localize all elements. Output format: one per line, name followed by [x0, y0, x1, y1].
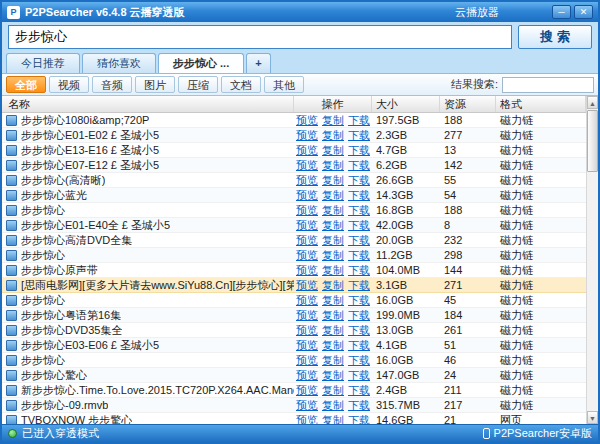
preview-link[interactable]: 预览 [296, 218, 318, 232]
preview-link[interactable]: 预览 [296, 353, 318, 367]
preview-link[interactable]: 预览 [296, 338, 318, 352]
preview-link[interactable]: 预览 [296, 128, 318, 142]
table-row[interactable]: 步步惊心粤语第16集 预览复制下载 199.0MB 184 磁力链 [2, 308, 586, 323]
preview-link[interactable]: 预览 [296, 173, 318, 187]
download-link[interactable]: 下载 [348, 158, 370, 172]
tab-search-result[interactable]: 步步惊心 ... [158, 53, 244, 73]
download-link[interactable]: 下载 [348, 398, 370, 412]
download-link[interactable]: 下载 [348, 173, 370, 187]
filter-audio[interactable]: 音频 [92, 76, 132, 93]
copy-link[interactable]: 复制 [322, 368, 344, 382]
download-link[interactable]: 下载 [348, 248, 370, 262]
download-link[interactable]: 下载 [348, 308, 370, 322]
download-link[interactable]: 下载 [348, 338, 370, 352]
copy-link[interactable]: 复制 [322, 308, 344, 322]
table-row[interactable]: [思雨电影网][更多大片请去www.SiYu88.Cn][步步惊心][第25-3… [2, 278, 586, 293]
preview-link[interactable]: 预览 [296, 263, 318, 277]
scrollbar-thumb[interactable] [587, 110, 598, 172]
copy-link[interactable]: 复制 [322, 338, 344, 352]
table-row[interactable]: 步步惊心DVD35集全 预览复制下载 13.0GB 261 磁力链 [2, 323, 586, 338]
download-link[interactable]: 下载 [348, 203, 370, 217]
title-bar[interactable]: P P2PSearcher v6.4.8 云播穿透版 云播放器 ─ ✕ [2, 2, 598, 22]
preview-link[interactable]: 预览 [296, 278, 318, 292]
new-tab-button[interactable]: + [246, 53, 270, 73]
table-row[interactable]: 步步惊心E01-E02 £ 圣城小5 预览复制下载 2.3GB 277 磁力链 [2, 128, 586, 143]
table-row[interactable]: 步步惊心 预览复制下载 16.8GB 188 磁力链 [2, 203, 586, 218]
tab-today-recommend[interactable]: 今日推荐 [6, 53, 80, 73]
download-link[interactable]: 下载 [348, 263, 370, 277]
download-link[interactable]: 下载 [348, 233, 370, 247]
preview-link[interactable]: 预览 [296, 308, 318, 322]
filter-other[interactable]: 其他 [264, 76, 304, 93]
preview-link[interactable]: 预览 [296, 113, 318, 127]
search-input[interactable] [8, 25, 512, 49]
table-row[interactable]: 步步惊心 预览复制下载 16.0GB 45 磁力链 [2, 293, 586, 308]
download-link[interactable]: 下载 [348, 383, 370, 397]
download-link[interactable]: 下载 [348, 353, 370, 367]
copy-link[interactable]: 复制 [322, 353, 344, 367]
column-header-name[interactable]: 名称 [2, 96, 294, 112]
copy-link[interactable]: 复制 [322, 233, 344, 247]
cloud-player-button[interactable]: 云播放器 [455, 5, 499, 20]
table-row[interactable]: 步步惊心原声带 预览复制下载 104.0MB 144 磁力链 [2, 263, 586, 278]
filter-image[interactable]: 图片 [135, 76, 175, 93]
download-link[interactable]: 下载 [348, 413, 370, 424]
preview-link[interactable]: 预览 [296, 323, 318, 337]
copy-link[interactable]: 复制 [322, 188, 344, 202]
column-header-actions[interactable]: 操作 [294, 96, 372, 112]
filter-archive[interactable]: 压缩 [178, 76, 218, 93]
result-search-input[interactable] [502, 77, 594, 93]
preview-link[interactable]: 预览 [296, 368, 318, 382]
column-header-format[interactable]: 格式 [496, 96, 586, 112]
copy-link[interactable]: 复制 [322, 293, 344, 307]
android-version-link[interactable]: P2PSearcher安卓版 [483, 426, 592, 441]
copy-link[interactable]: 复制 [322, 173, 344, 187]
download-link[interactable]: 下载 [348, 188, 370, 202]
download-link[interactable]: 下载 [348, 293, 370, 307]
copy-link[interactable]: 复制 [322, 128, 344, 142]
scrollbar-up-arrow-icon[interactable]: ▲ [587, 96, 598, 109]
table-row[interactable]: 步步惊心E13-E16 £ 圣城小5 预览复制下载 4.7GB 13 磁力链 [2, 143, 586, 158]
table-row[interactable]: 步步惊心(高清晰) 预览复制下载 26.6GB 55 磁力链 [2, 173, 586, 188]
table-row[interactable]: TVBOXNOW 步步驚心 预览复制下载 14.6GB 21 网页 [2, 413, 586, 424]
table-row[interactable]: 步步惊心E01-E40全 £ 圣城小5 预览复制下载 42.0GB 8 磁力链 [2, 218, 586, 233]
preview-link[interactable]: 预览 [296, 188, 318, 202]
copy-link[interactable]: 复制 [322, 143, 344, 157]
table-row[interactable]: 新步步惊心.Time.To.Love.2015.TC720P.X264.AAC.… [2, 383, 586, 398]
copy-link[interactable]: 复制 [322, 113, 344, 127]
download-link[interactable]: 下载 [348, 113, 370, 127]
filter-video[interactable]: 视频 [49, 76, 89, 93]
table-row[interactable]: 步步惊心高清DVD全集 预览复制下载 20.0GB 232 磁力链 [2, 233, 586, 248]
preview-link[interactable]: 预览 [296, 248, 318, 262]
tab-guess-you-like[interactable]: 猜你喜欢 [82, 53, 156, 73]
preview-link[interactable]: 预览 [296, 203, 318, 217]
column-header-size[interactable]: 大小 [372, 96, 440, 112]
download-link[interactable]: 下载 [348, 368, 370, 382]
copy-link[interactable]: 复制 [322, 323, 344, 337]
filter-all[interactable]: 全部 [6, 76, 46, 93]
download-link[interactable]: 下载 [348, 323, 370, 337]
table-row[interactable]: 步步惊心E07-E12 £ 圣城小5 预览复制下载 6.2GB 142 磁力链 [2, 158, 586, 173]
table-row[interactable]: 步步惊心 预览复制下载 11.2GB 298 磁力链 [2, 248, 586, 263]
scrollbar-down-arrow-icon[interactable]: ▼ [587, 411, 598, 424]
copy-link[interactable]: 复制 [322, 263, 344, 277]
preview-link[interactable]: 预览 [296, 398, 318, 412]
preview-link[interactable]: 预览 [296, 233, 318, 247]
download-link[interactable]: 下载 [348, 128, 370, 142]
vertical-scrollbar[interactable]: ▲ ▼ [586, 96, 598, 424]
preview-link[interactable]: 预览 [296, 413, 318, 424]
column-header-resources[interactable]: 资源 [440, 96, 496, 112]
table-row[interactable]: 步步惊心驚心 预览复制下载 147.0GB 24 磁力链 [2, 368, 586, 383]
table-row[interactable]: 步步惊心E03-E06 £ 圣城小5 预览复制下载 4.1GB 51 磁力链 [2, 338, 586, 353]
preview-link[interactable]: 预览 [296, 293, 318, 307]
copy-link[interactable]: 复制 [322, 158, 344, 172]
preview-link[interactable]: 预览 [296, 383, 318, 397]
copy-link[interactable]: 复制 [322, 383, 344, 397]
download-link[interactable]: 下载 [348, 218, 370, 232]
copy-link[interactable]: 复制 [322, 413, 344, 424]
download-link[interactable]: 下载 [348, 278, 370, 292]
table-row[interactable]: 步步惊心1080i&amp;720P 预览复制下载 197.5GB 188 磁力… [2, 113, 586, 128]
preview-link[interactable]: 预览 [296, 143, 318, 157]
preview-link[interactable]: 预览 [296, 158, 318, 172]
filter-document[interactable]: 文档 [221, 76, 261, 93]
